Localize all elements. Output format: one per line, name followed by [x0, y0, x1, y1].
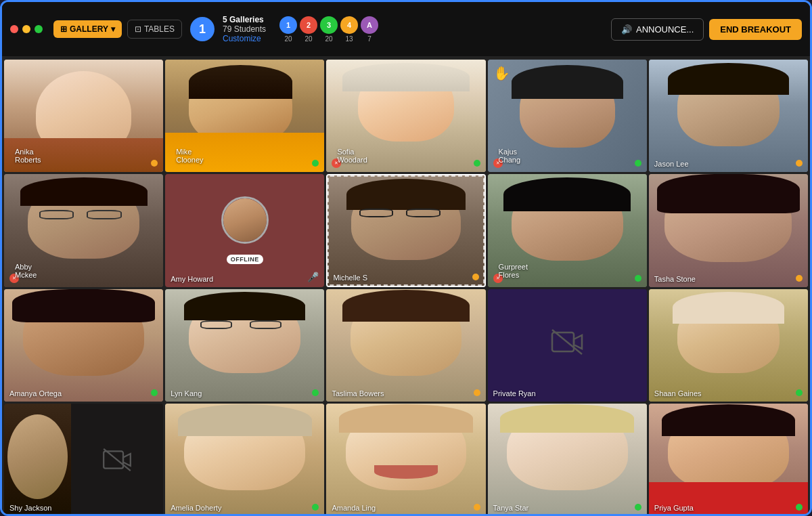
gallery-current-number: 1: [190, 17, 215, 41]
svg-rect-2: [104, 451, 123, 468]
name-row-gurpreet: ✕ Gurpreet Flores: [493, 274, 503, 283]
status-kajus: [635, 160, 641, 167]
video-cell-michelle-s[interactable]: Michelle S: [326, 174, 485, 286]
window-controls: [10, 25, 43, 33]
title-bar: ⊞ GALLERY ▾ ⊡ TABLES 1 5 Galleries 79 St…: [2, 2, 810, 58]
grid-icon: ⊞: [60, 24, 67, 34]
name-row-sofia: ✕ Sofia Woodard: [332, 158, 341, 168]
tab-a-count: 7: [361, 35, 378, 43]
main-window: ⊞ GALLERY ▾ ⊡ TABLES 1 5 Galleries 79 St…: [0, 0, 812, 516]
svg-line-1: [552, 330, 582, 354]
participant-name-tanya: Tanya Star: [493, 504, 529, 512]
participant-name-anika: Anika Roberts: [15, 148, 41, 164]
amy-avatar: [221, 196, 269, 244]
minimize-dot[interactable]: [22, 25, 30, 33]
video-cell-kajus-chang[interactable]: ✋ ✕ Kajus Chang: [488, 60, 647, 172]
participant-name-taslima: Taslima Bowers: [332, 389, 384, 397]
video-cell-shy-jackson[interactable]: Shy Jackson: [4, 404, 163, 516]
participant-name-ryan: Private Ryan: [493, 389, 536, 397]
tab-4[interactable]: 4: [340, 16, 358, 34]
mic-slash-icon: 🎤: [307, 272, 319, 282]
chevron-down-icon: ▾: [111, 24, 115, 34]
maximize-dot[interactable]: [35, 25, 43, 33]
gallery-tabs: 1 2 3 4 A 20 20 20 13 7: [279, 16, 378, 43]
status-gurpreet: [635, 275, 641, 282]
end-breakout-button[interactable]: END BREAKOUT: [709, 19, 802, 40]
status-shaan: [796, 389, 803, 396]
name-row-abby: ✕ Abby Mckee: [9, 274, 19, 283]
video-cell-gurpreet-flores[interactable]: ✕ Gurpreet Flores: [488, 174, 647, 286]
status-tasha: [796, 275, 803, 282]
tab-2-count: 20: [300, 35, 317, 43]
table-icon: ⊡: [135, 24, 141, 34]
video-cell-taslima-bowers[interactable]: Taslima Bowers: [326, 289, 485, 402]
tab-3-count: 20: [320, 35, 338, 43]
participant-name-lyn: Lyn Kang: [171, 389, 202, 397]
tab-1-count: 20: [279, 35, 297, 43]
announce-button[interactable]: 🔊 ANNOUNCE...: [611, 18, 704, 41]
participant-name-priya: Priya Gupta: [654, 504, 694, 512]
participant-name-amanya: Amanya Ortega: [9, 389, 62, 397]
status-tanya: [635, 504, 641, 511]
no-video-icon-ryan: [551, 328, 583, 362]
video-cell-amanya-ortega[interactable]: Amanya Ortega: [4, 289, 163, 402]
close-dot[interactable]: [10, 25, 18, 33]
participant-name-gurpreet: Gurpreet Flores: [499, 263, 528, 279]
video-cell-amanda-ling[interactable]: Amanda Ling: [326, 404, 485, 516]
tab-4-count: 13: [340, 35, 358, 43]
tab-a[interactable]: A: [361, 16, 378, 34]
tables-button[interactable]: ⊡ TABLES: [127, 20, 182, 39]
video-cell-shaan-gaines[interactable]: Shaan Gaines: [649, 289, 808, 402]
status-taslima: [474, 389, 480, 396]
participant-name-amelia: Amelia Doherty: [171, 504, 221, 512]
participant-name-shy: Shy Jackson: [9, 504, 51, 512]
video-cell-amy-howard[interactable]: OFFLINE 🎤 Amy Howard: [165, 174, 324, 286]
participant-name-amanda: Amanda Ling: [332, 504, 376, 512]
offline-badge: OFFLINE: [227, 255, 263, 264]
participant-name-tasha: Tasha Stone: [654, 275, 696, 283]
video-cell-tasha-stone[interactable]: Tasha Stone: [649, 174, 808, 286]
status-amanya: [151, 389, 158, 396]
participant-name-sofia: Sofia Woodard: [337, 148, 367, 164]
video-grid: Anika Roberts Mike Clooney ✕: [2, 58, 810, 516]
tab-2[interactable]: 2: [300, 16, 317, 34]
tab-3[interactable]: 3: [320, 16, 338, 34]
gallery-button[interactable]: ⊞ GALLERY ▾: [53, 20, 122, 38]
status-amanda: [474, 504, 480, 511]
status-michelle: [472, 274, 479, 280]
participant-name-mike: Mike Clooney: [176, 148, 203, 164]
gallery-info: 5 Galleries 79 Students Customize: [223, 15, 266, 43]
svg-rect-0: [552, 332, 574, 351]
video-cell-mike-clooney[interactable]: Mike Clooney: [165, 60, 324, 172]
video-cell-sofia-woodard[interactable]: ✕ Sofia Woodard: [326, 60, 485, 172]
name-row-kajus: ✕ Kajus Chang: [493, 158, 503, 168]
status-sofia: [474, 160, 480, 167]
video-cell-amelia-doherty[interactable]: Amelia Doherty: [165, 404, 324, 516]
speaker-icon: 🔊: [621, 24, 632, 35]
video-cell-priya-gupta[interactable]: Priya Gupta: [649, 404, 808, 516]
participant-name-jason: Jason Lee: [654, 160, 689, 168]
participant-name-kajus: Kajus Chang: [499, 148, 520, 164]
video-cell-jason-lee[interactable]: Jason Lee: [649, 60, 808, 172]
video-cell-tanya-star[interactable]: Tanya Star: [488, 404, 647, 516]
tab-1[interactable]: 1: [279, 16, 297, 34]
participant-name-amy: Amy Howard: [171, 275, 213, 283]
participant-name-michelle: Michelle S: [333, 274, 367, 282]
video-cell-anika-roberts[interactable]: Anika Roberts: [4, 60, 163, 172]
video-cell-abby-mckee[interactable]: ✕ Abby Mckee: [4, 174, 163, 286]
video-cell-private-ryan[interactable]: Private Ryan: [488, 289, 647, 402]
video-cell-lyn-kang[interactable]: Lyn Kang: [165, 289, 324, 402]
participant-name-abby: Abby Mckee: [15, 263, 37, 279]
participant-name-shaan: Shaan Gaines: [654, 389, 702, 397]
hand-raise-kajus: ✋: [493, 65, 510, 81]
svg-line-3: [104, 449, 131, 471]
status-priya: [796, 504, 803, 511]
